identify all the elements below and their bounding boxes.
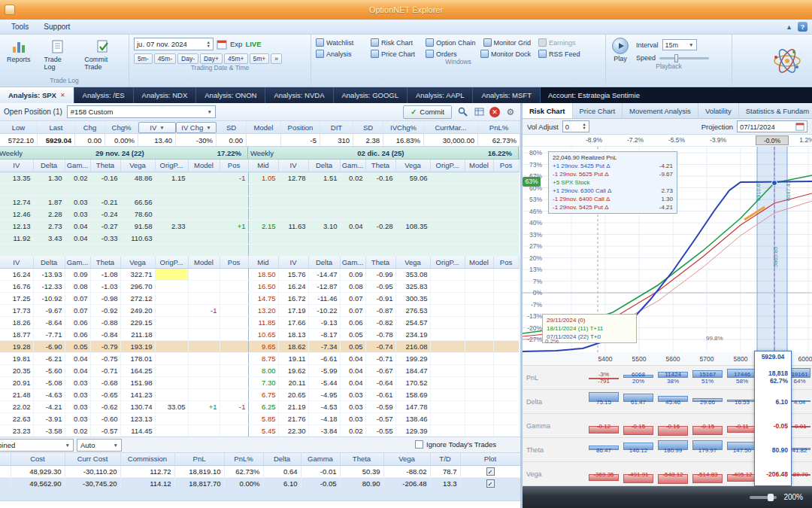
cell-pos[interactable] xyxy=(220,388,248,400)
cell-delta[interactable] xyxy=(308,208,340,220)
cell-vega[interactable]: 91.58 xyxy=(120,220,155,232)
cell-theta[interactable]: -0.75 xyxy=(90,352,120,364)
cell-delta[interactable]: -4.95 xyxy=(308,388,340,400)
cell-mid[interactable]: 6.75 xyxy=(248,388,278,400)
cell-delta[interactable]: -6.61 xyxy=(308,352,340,364)
cell-iv[interactable]: 19.62 xyxy=(278,364,308,376)
cell-origp[interactable] xyxy=(430,196,465,208)
cell-origp[interactable] xyxy=(430,208,465,220)
cell-vega[interactable]: 59.06 xyxy=(395,172,430,184)
window-toggle-monitor-grid[interactable]: Monitor Grid xyxy=(483,38,532,47)
cell-iv[interactable]: 17.66 xyxy=(278,316,308,328)
close-icon[interactable]: ✕ xyxy=(60,92,65,99)
cell-pos[interactable] xyxy=(493,304,519,316)
combined-dropdown[interactable]: Combined▼ xyxy=(0,439,74,452)
cell-origp[interactable] xyxy=(430,400,465,412)
cell-gam[interactable]: 0.06 xyxy=(65,328,90,340)
chain-row[interactable]: 16.24-13.930.09-1.08322.7118.5015.76-14.… xyxy=(0,268,519,280)
cell-model[interactable] xyxy=(188,424,220,437)
cell-pos[interactable] xyxy=(220,412,248,424)
cell-pos[interactable] xyxy=(220,352,248,364)
search-plus-icon[interactable] xyxy=(456,106,468,118)
cell-gam[interactable]: 0.04 xyxy=(340,376,365,388)
cell-pos[interactable] xyxy=(493,340,519,352)
cell-pos[interactable] xyxy=(493,316,519,328)
cell-delta[interactable]: -7.71 xyxy=(33,328,65,340)
chain-row[interactable]: 12.462.280.03-0.2478.60 xyxy=(0,208,519,220)
cell-vega[interactable]: 184.47 xyxy=(395,364,430,376)
cell-mid[interactable]: 14.75 xyxy=(248,292,278,304)
cell-iv[interactable]: 16.24 xyxy=(0,268,33,280)
vol-adjust-spinner[interactable]: 0▲▼ xyxy=(562,120,589,132)
cell-mid[interactable]: 10.65 xyxy=(248,328,278,340)
cell-theta[interactable]: -0.33 xyxy=(90,232,120,244)
risk-tab-price-chart[interactable]: Price Chart xyxy=(573,103,623,118)
cell-mid[interactable]: 11.85 xyxy=(248,316,278,328)
cell-theta[interactable]: -0.21 xyxy=(90,196,120,208)
time-button-day[interactable]: Day+ xyxy=(200,53,223,64)
cell-pos[interactable] xyxy=(220,328,248,340)
cell-origp[interactable] xyxy=(430,388,465,400)
date-input[interactable]: ju. 07 nov. 2024 ▲▼ xyxy=(134,38,214,50)
cell-model[interactable] xyxy=(188,268,220,280)
cell-gam[interactable] xyxy=(340,196,365,208)
cell-delta[interactable]: -4.53 xyxy=(308,400,340,412)
cell-model[interactable] xyxy=(188,172,220,184)
cell-theta[interactable]: -0.91 xyxy=(365,292,395,304)
cell-origp[interactable] xyxy=(430,304,465,316)
cell-delta[interactable]: -8.64 xyxy=(33,316,65,328)
cell-gam[interactable]: 0.04 xyxy=(340,220,365,232)
cell-model[interactable] xyxy=(465,424,493,437)
tab-analysis-spx[interactable]: Analysis: SPX✕ xyxy=(0,87,74,103)
cell-gam[interactable]: 0.05 xyxy=(340,340,365,352)
cell-mid[interactable] xyxy=(248,244,278,256)
cell-vega[interactable]: 158.69 xyxy=(395,388,430,400)
cell-theta[interactable]: -0.67 xyxy=(365,364,395,376)
summary-row[interactable]: 49,562.90-30,745.20114.1218,817.700.00%6… xyxy=(0,477,520,489)
cell-vega[interactable]: 322.71 xyxy=(120,268,155,280)
cell-gam[interactable]: 0.09 xyxy=(340,268,365,280)
cell-model[interactable] xyxy=(465,364,493,376)
cell-delta[interactable] xyxy=(308,232,340,244)
cell-origp[interactable] xyxy=(155,280,188,292)
play-button[interactable] xyxy=(612,38,629,54)
cell-vega[interactable]: 141.23 xyxy=(120,388,155,400)
chain-row[interactable]: 12.132.730.04-0.2791.582.33+12.1511.633.… xyxy=(0,220,519,232)
cell-vega[interactable]: 300.35 xyxy=(395,292,430,304)
cell-pos[interactable] xyxy=(493,208,519,220)
window-toggle-monitor-dock[interactable]: Monitor Dock xyxy=(480,50,531,58)
cell-delta[interactable]: 3.43 xyxy=(33,232,65,244)
cell-origp[interactable]: 2.33 xyxy=(155,220,188,232)
cell-theta[interactable]: -0.99 xyxy=(365,268,395,280)
cell-pos[interactable]: +1 xyxy=(220,220,248,232)
cell-model[interactable] xyxy=(465,304,493,316)
cell-model[interactable] xyxy=(465,328,493,340)
cell-delta[interactable]: -12.33 xyxy=(33,280,65,292)
cell-gam[interactable]: 0.07 xyxy=(340,292,365,304)
cell-vega[interactable] xyxy=(120,184,155,196)
cell-pos[interactable] xyxy=(493,196,519,208)
exp-label[interactable]: Exp xyxy=(230,40,242,48)
cell-model[interactable] xyxy=(465,220,493,232)
window-toggle-watchlist[interactable]: Watchlist xyxy=(316,38,363,47)
cell-pos[interactable] xyxy=(493,280,519,292)
cell-mid[interactable]: 1.05 xyxy=(248,172,278,184)
layers-icon[interactable] xyxy=(473,106,485,118)
cell-model[interactable] xyxy=(188,412,220,424)
cell-mid[interactable]: 9.65 xyxy=(248,340,278,352)
cell-delta[interactable] xyxy=(308,244,340,256)
cell-delta[interactable]: -10.22 xyxy=(308,304,340,316)
cell-gam[interactable]: 0.03 xyxy=(340,388,365,400)
cell-vega[interactable]: 229.15 xyxy=(120,316,155,328)
cell-iv[interactable]: 12.78 xyxy=(278,172,308,184)
cell-vega[interactable]: 178.01 xyxy=(120,352,155,364)
cell-gam[interactable] xyxy=(340,184,365,196)
cell-delta[interactable]: -5.99 xyxy=(308,364,340,376)
cell-iv[interactable]: 12.74 xyxy=(0,196,33,208)
cell-theta[interactable]: -0.57 xyxy=(90,424,120,437)
tab-analysis-msft[interactable]: Analysis: MSFT xyxy=(473,87,541,103)
cell-origp[interactable]: 33.05 xyxy=(155,400,188,412)
cell-theta[interactable] xyxy=(90,184,120,196)
cell-pos[interactable] xyxy=(220,232,248,244)
risk-tab-movement-analysis[interactable]: Movement Analysis xyxy=(623,103,698,118)
